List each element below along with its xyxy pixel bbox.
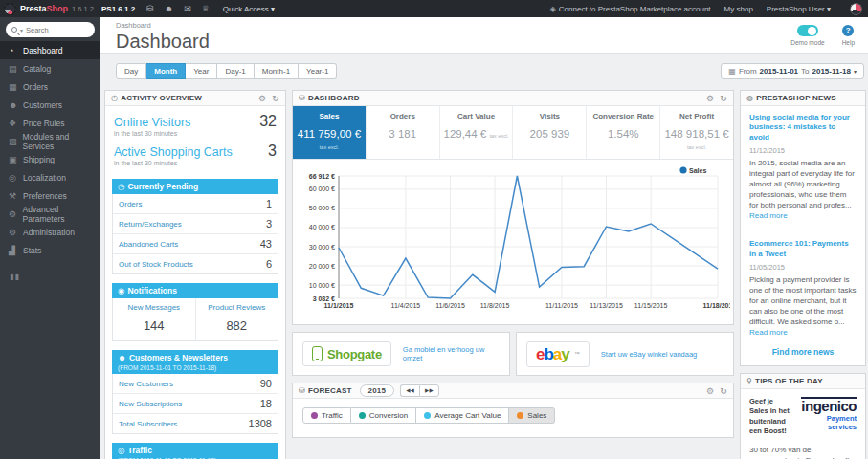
metric-tile-cart-value[interactable]: Cart Value129,44 € tax excl. [439,106,513,159]
row-link-orders[interactable]: Orders [119,200,142,208]
metric-tile-net-profit[interactable]: Net Profit148 918,51 € tax excl. [659,106,733,159]
trophy-icon[interactable]: ♕ [202,4,210,13]
gear-icon[interactable]: ⚙ [258,94,266,103]
row-link-out-of-stock-products[interactable]: Out of Stock Products [119,260,193,269]
shopgate-link[interactable]: Ga mobiel en verhoog uw omzet [403,345,500,362]
forecast-legend-traffic[interactable]: Traffic [302,407,351,424]
row-link-new-customers[interactable]: New Customers [119,380,173,388]
quick-access-menu[interactable]: Quick Access ▾ [223,5,275,13]
my-shop-link[interactable]: My shop [724,5,753,13]
refresh-icon[interactable]: ↻ [272,94,279,103]
activity-big-stat: Active Shopping Carts3in the last 30 min… [114,142,277,166]
prestashop-logo-icon[interactable] [4,3,16,15]
svg-text:40 000 €: 40 000 € [309,224,335,230]
sidebar-item-modules-and-services[interactable]: ▧Modules and Services [0,132,100,150]
forecast-legend-average-cart-value[interactable]: Average Cart Value [416,407,509,424]
sidebar-item-preferences[interactable]: ⚒Preferences [0,186,100,205]
search-scope-caret-icon[interactable]: ▾ [20,27,23,33]
metric-label: Conversion Rate [589,112,657,120]
date-preset-year[interactable]: Year [186,63,217,79]
sidebar-item-price-rules[interactable]: ❖Price Rules [0,114,100,132]
sidebar-item-label: Orders [23,82,48,92]
fast-forward-icon[interactable]: ▶▶ [419,384,439,398]
help-icon[interactable]: ? [842,25,854,36]
news-article-title[interactable]: Using social media for your business: 4 … [749,113,857,142]
sidebar-item-customers[interactable]: ☻Customers [0,96,100,114]
row-link-new-subscriptions[interactable]: New Subscriptions [119,400,182,408]
date-preset-month-1[interactable]: Month-1 [255,63,299,79]
metric-tile-visits[interactable]: Visits205 939 [512,106,586,159]
ebay-letter: y [561,345,568,363]
find-more-news-link[interactable]: Find more news [749,347,857,357]
rewind-icon[interactable]: ◀◀ [400,384,419,398]
metric-label: Sales [295,112,364,120]
marketplace-link[interactable]: ◈Connect to PrestaShop Marketplace accou… [550,5,711,13]
metric-tile-orders[interactable]: Orders3 181 [366,106,439,159]
svg-text:11/15/2015: 11/15/2015 [634,302,668,309]
read-more-link[interactable]: Read more [749,211,788,220]
sidebar: ▾ ◔Dashboard▤Catalog▦Orders☻Customers❖Pr… [0,17,100,459]
refresh-icon[interactable]: ↻ [720,386,727,396]
ebay-letter: b [544,345,552,363]
chevron-down-icon: ▾ [827,5,831,13]
sidebar-item-shipping[interactable]: ▣Shipping [0,150,100,168]
cart-icon[interactable]: ⛁ [146,4,154,13]
stat-cell-product-reviews: Product Reviews882 [195,298,278,340]
sidebar-item-orders[interactable]: ▦Orders [0,77,100,96]
sales-line-chart: 3 082 €10 000 €20 000 €30 000 €40 000 €5… [293,160,733,324]
row-link-abandoned-carts[interactable]: Abandoned Carts [119,240,178,249]
date-preset-day-1[interactable]: Day-1 [217,63,254,79]
date-preset-month[interactable]: Month [146,63,186,79]
news-article-title[interactable]: Ecommerce 101: Payments in a Tweet [749,239,857,259]
svg-text:10 000 €: 10 000 € [309,282,335,289]
brand-wordmark[interactable]: PrestaShop [20,4,68,13]
row-link-return-exchanges[interactable]: Return/Exchanges [119,220,182,229]
user-icon[interactable]: ☻ [165,4,173,13]
date-preset-year-1[interactable]: Year-1 [299,63,337,79]
date-preset-day[interactable]: Day [116,63,146,79]
ebay-link[interactable]: Start uw eBay winkel vandaag [601,350,697,359]
demo-mode-toggle[interactable] [797,25,818,36]
metric-tile-sales[interactable]: Sales411 759,00 € tax excl. [293,106,366,159]
page-title: Dashboard [116,31,857,53]
sidebar-item-advanced-parameters[interactable]: ⚙Advanced Parameters [0,205,100,223]
sidebar-item-stats[interactable]: ▟Stats [0,241,100,259]
mail-icon[interactable]: ✉ [184,4,191,13]
svg-text:11/8/2015: 11/8/2015 [480,302,510,309]
sidebar-search[interactable]: ▾ [6,22,95,37]
sidebar-item-localization[interactable]: ◎Localization [0,168,100,186]
calendar-icon: ▦ [728,67,736,76]
shopgate-module-card: Shopgate Ga mobiel en verhoog uw omzet [292,332,510,376]
date-range-picker[interactable]: ▦ From2015-11-01 To2015-11-18 ▾ [721,63,864,79]
forecast-year-selector[interactable]: 2015 [360,384,395,397]
sidebar-item-administration[interactable]: ⚙Administration [0,223,100,241]
activity-panel-title: ACTIVITY OVERVIEW [121,94,202,102]
sidebar-item-dashboard[interactable]: ◔Dashboard [0,41,100,59]
big-stat-label: Active Shopping Carts [114,145,233,159]
stat-cell-label[interactable]: Product Reviews [198,303,277,312]
row-value: 3 [266,218,272,230]
row-link-total-subscribers[interactable]: Total Subscribers [119,420,177,428]
sidebar-item-catalog[interactable]: ▤Catalog [0,59,100,77]
svg-text:50 000 €: 50 000 € [309,205,335,211]
metric-value: 3 181 [368,128,437,140]
refresh-icon[interactable]: ↻ [720,94,727,103]
metric-tile-conversion-rate[interactable]: Conversion Rate1.54% [586,106,659,159]
collapse-sidebar-button[interactable]: ▮▮ [10,273,100,281]
big-stat-label: Online Visitors [114,116,190,129]
forecast-legend-sales[interactable]: Sales [509,407,555,424]
gear-icon[interactable]: ⚙ [706,386,714,396]
legend-dot-icon [311,412,318,419]
marketplace-icon: ◈ [550,5,556,13]
gear-icon[interactable]: ⚙ [706,94,714,103]
user-menu[interactable]: PrestaShop User ▾ [767,5,831,13]
search-input[interactable] [26,26,83,34]
shop-name-link[interactable]: PS1.6.1.2 [101,5,135,13]
read-more-link[interactable]: Read more [749,328,788,337]
metric-value: 148 918,51 € tax excl. [662,128,731,151]
metric-label: Orders [368,112,437,120]
stat-cell-label[interactable]: New Messages [115,303,193,312]
forecast-legend-conversion[interactable]: Conversion [351,407,416,424]
legend-dot-icon [359,412,366,419]
user-avatar[interactable] [850,3,862,15]
